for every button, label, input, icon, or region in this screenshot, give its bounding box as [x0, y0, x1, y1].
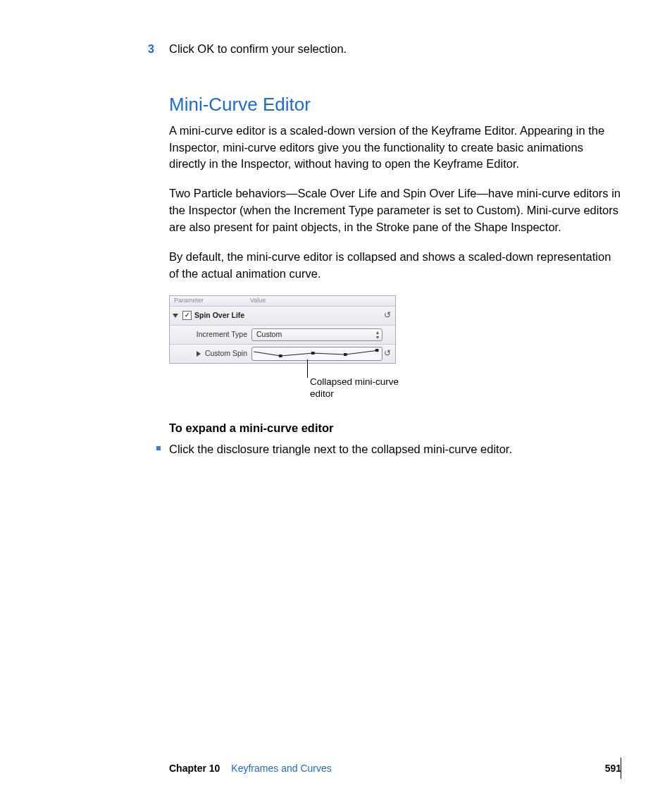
section-heading: Mini-Curve Editor [169, 92, 621, 118]
callout-label: Collapsed mini-curve editor [310, 376, 423, 400]
stepper-arrows-icon: ▴▾ [376, 330, 379, 340]
param-label: Spin Over Life [194, 310, 244, 321]
mini-curve-editor-collapsed[interactable] [251, 347, 382, 361]
inspector-header: Parameter Value [170, 296, 395, 307]
disclosure-triangle-right-icon[interactable] [197, 351, 201, 357]
svg-rect-2 [344, 353, 347, 356]
task-heading: To expand a mini-curve editor [169, 420, 621, 437]
figure: Parameter Value ✓ Spin Over Life ↺ Incre… [169, 295, 621, 403]
inspector-panel: Parameter Value ✓ Spin Over Life ↺ Incre… [169, 295, 396, 364]
inspector-row-custom-spin: Custom Spin ↺ [170, 345, 395, 363]
inspector-row-spin-over-life: ✓ Spin Over Life ↺ [170, 307, 395, 326]
header-value: Value [250, 296, 266, 305]
param-label: Increment Type [197, 329, 247, 340]
section-paragraph: By default, the mini-curve editor is col… [169, 249, 621, 283]
increment-type-popup[interactable]: Custom ▴▾ [251, 328, 382, 341]
figure-callout: Collapsed mini-curve editor [307, 364, 621, 403]
footer-page-number: 591 [605, 761, 621, 775]
callout-line [307, 359, 308, 378]
svg-rect-3 [375, 349, 379, 352]
reset-icon[interactable]: ↺ [382, 347, 392, 359]
footer-chapter: Chapter 10 [169, 761, 220, 775]
inspector-row-increment-type: Increment Type Custom ▴▾ [170, 326, 395, 345]
param-label: Custom Spin [205, 348, 247, 359]
task-step-text: Click the disclosure triangle next to th… [169, 443, 512, 455]
task-step: Click the disclosure triangle next to th… [169, 441, 621, 458]
header-parameter: Parameter [174, 296, 250, 305]
svg-rect-0 [279, 355, 282, 357]
step-text: Click OK to confirm your selection. [169, 42, 347, 55]
step-number: 3 [148, 41, 154, 57]
reset-icon[interactable]: ↺ [382, 309, 392, 321]
svg-rect-1 [311, 352, 315, 355]
popup-value: Custom [256, 329, 282, 340]
step-row: 3 Click OK to confirm your selection. [169, 41, 621, 58]
disclosure-triangle-down-icon[interactable] [173, 314, 178, 318]
checkbox-icon[interactable]: ✓ [182, 311, 192, 320]
section-paragraph: Two Particle behaviors—Scale Over Life a… [169, 185, 621, 236]
page-content: 3 Click OK to confirm your selection. Mi… [169, 41, 621, 458]
section-paragraph: A mini-curve editor is a scaled-down ver… [169, 123, 621, 173]
bullet-icon [156, 446, 161, 450]
footer-title: Keyframes and Curves [231, 761, 604, 775]
page-footer: Chapter 10 Keyframes and Curves 591 [169, 761, 621, 775]
